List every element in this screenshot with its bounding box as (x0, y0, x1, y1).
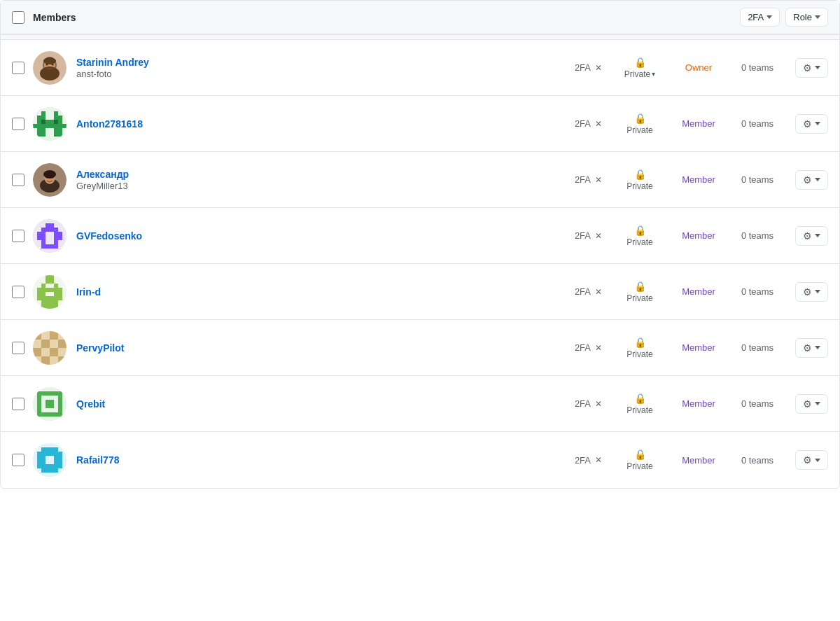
member-name-pervypilot[interactable]: PervyPilot (76, 342, 575, 354)
gear-icon-qrebit: ⚙ (803, 398, 812, 410)
settings-chevron-icon-pervypilot (815, 346, 820, 349)
twofa-label-rafail778: 2FA (575, 455, 591, 466)
svg-rect-13 (33, 124, 66, 128)
teams-count-qrebit: 0 teams (736, 398, 778, 409)
member-username-starinin-andrey: anst-foto (76, 69, 112, 79)
member-name-aleksandr[interactable]: Александр (76, 169, 575, 180)
svg-rect-30 (46, 232, 54, 240)
svg-rect-65 (37, 456, 46, 464)
twofa-label-aleksandr: 2FA (575, 174, 591, 185)
twofa-remove-starinin-andrey[interactable]: ✕ (595, 63, 602, 73)
member-name-gvfedosenko[interactable]: GVFedosenko (76, 230, 575, 242)
settings-button-aleksandr[interactable]: ⚙ (795, 170, 828, 190)
member-row-pervypilot: PervyPilot 2FA ✕ 🔒 Private Member 0 team… (1, 320, 839, 376)
member-checkbox-rafail778[interactable] (12, 454, 24, 466)
twofa-filter-label: 2FA (748, 12, 764, 22)
member-checkbox-qrebit[interactable] (12, 398, 24, 410)
select-all-checkbox[interactable] (12, 11, 24, 24)
svg-rect-26 (41, 228, 58, 232)
svg-rect-28 (41, 240, 46, 249)
twofa-remove-rafail778[interactable]: ✕ (595, 455, 602, 465)
settings-button-gvfedosenko[interactable]: ⚙ (795, 226, 828, 246)
member-username-aleksandr: GreyMiller13 (76, 181, 128, 191)
settings-button-pervypilot[interactable]: ⚙ (795, 338, 828, 358)
teams-count-pervypilot: 0 teams (736, 342, 778, 353)
role-label-gvfedosenko: Member (678, 230, 720, 241)
member-meta-pervypilot: 2FA ✕ 🔒 Private Member 0 teams ⚙ (575, 337, 828, 359)
svg-rect-15 (54, 128, 62, 137)
twofa-remove-qrebit[interactable]: ✕ (595, 399, 602, 409)
header-actions: 2FA Role (740, 8, 828, 27)
member-info-rafail778: Rafail778 (76, 454, 575, 466)
svg-rect-59 (46, 400, 54, 408)
twofa-remove-irin-d[interactable]: ✕ (595, 287, 602, 297)
lock-icon-aleksandr: 🔒 (634, 169, 646, 180)
lock-icon-qrebit: 🔒 (634, 393, 646, 404)
privacy-dropdown-starinin-andrey[interactable]: Private ▾ (624, 69, 655, 79)
svg-rect-67 (37, 464, 62, 468)
member-row-qrebit: Qrebit 2FA ✕ 🔒 Private Member 0 teams ⚙ (1, 376, 839, 432)
twofa-badge-gvfedosenko: 2FA ✕ (575, 230, 602, 241)
settings-button-starinin-andrey[interactable]: ⚙ (795, 58, 828, 78)
member-name-rafail778[interactable]: Rafail778 (76, 454, 575, 466)
svg-rect-37 (41, 300, 58, 309)
lock-icon-anton2781618: 🔒 (634, 113, 646, 124)
member-meta-starinin-andrey: 2FA ✕ 🔒 Private ▾ Owner 0 teams ⚙ (575, 57, 828, 79)
member-name-qrebit[interactable]: Qrebit (76, 398, 575, 410)
member-meta-irin-d: 2FA ✕ 🔒 Private Member 0 teams ⚙ (575, 281, 828, 303)
privacy-badge-rafail778: 🔒 Private (619, 449, 661, 471)
privacy-badge-anton2781618: 🔒 Private (619, 113, 661, 135)
settings-button-qrebit[interactable]: ⚙ (795, 394, 828, 414)
privacy-label-qrebit: Private (626, 405, 652, 415)
svg-rect-61 (58, 400, 62, 408)
member-avatar-starinin-andrey (33, 51, 66, 85)
teams-count-rafail778: 0 teams (736, 455, 778, 466)
twofa-remove-gvfedosenko[interactable]: ✕ (595, 231, 602, 241)
svg-point-21 (43, 170, 56, 179)
member-checkbox-aleksandr[interactable] (12, 174, 24, 186)
members-list: Starinin Andrey anst-foto 2FA ✕ 🔒 Privat… (1, 40, 839, 488)
twofa-remove-aleksandr[interactable]: ✕ (595, 175, 602, 185)
role-filter-button[interactable]: Role (785, 8, 828, 27)
twofa-filter-button[interactable]: 2FA (740, 8, 780, 27)
gear-icon-rafail778: ⚙ (803, 454, 812, 466)
settings-button-anton2781618[interactable]: ⚙ (795, 114, 828, 134)
svg-rect-49 (41, 348, 50, 356)
member-name-starinin-andrey[interactable]: Starinin Andrey (76, 57, 575, 68)
member-checkbox-pervypilot[interactable] (12, 342, 24, 354)
member-checkbox-irin-d[interactable] (12, 286, 24, 298)
member-row-starinin-andrey: Starinin Andrey anst-foto 2FA ✕ 🔒 Privat… (1, 40, 839, 96)
settings-button-irin-d[interactable]: ⚙ (795, 282, 828, 302)
twofa-remove-pervypilot[interactable]: ✕ (595, 343, 602, 353)
twofa-chevron-icon (766, 15, 772, 19)
privacy-badge-starinin-andrey: 🔒 Private ▾ (619, 57, 661, 79)
twofa-badge-qrebit: 2FA ✕ (575, 398, 602, 409)
member-row-aleksandr: Александр GreyMiller13 2FA ✕ 🔒 Private M… (1, 152, 839, 208)
svg-rect-44 (33, 340, 41, 348)
twofa-badge-starinin-andrey: 2FA ✕ (575, 62, 602, 73)
teams-count-aleksandr: 0 teams (736, 174, 778, 185)
member-name-anton2781618[interactable]: Anton2781618 (76, 118, 575, 130)
settings-chevron-icon-aleksandr (815, 178, 820, 181)
twofa-remove-anton2781618[interactable]: ✕ (595, 119, 602, 129)
svg-rect-63 (41, 447, 58, 452)
svg-rect-51 (58, 348, 66, 356)
member-checkbox-anton2781618[interactable] (12, 118, 24, 130)
settings-button-rafail778[interactable]: ⚙ (795, 450, 828, 470)
twofa-label-pervypilot: 2FA (575, 342, 591, 353)
lock-icon-gvfedosenko: 🔒 (634, 225, 646, 236)
member-info-starinin-andrey: Starinin Andrey anst-foto (76, 57, 575, 79)
svg-rect-69 (46, 456, 54, 464)
svg-rect-41 (41, 331, 50, 340)
member-name-irin-d[interactable]: Irin-d (76, 286, 575, 298)
table-header: Members 2FA Role (1, 1, 839, 34)
settings-chevron-icon-irin-d (815, 290, 820, 293)
role-filter-label: Role (793, 12, 812, 22)
svg-point-6 (43, 57, 56, 64)
member-checkbox-gvfedosenko[interactable] (12, 230, 24, 242)
twofa-label-irin-d: 2FA (575, 286, 591, 297)
privacy-label-aleksandr: Private (626, 181, 652, 191)
role-label-rafail778: Member (678, 455, 720, 466)
lock-icon-starinin-andrey: 🔒 (634, 57, 646, 68)
member-checkbox-starinin-andrey[interactable] (12, 62, 24, 74)
